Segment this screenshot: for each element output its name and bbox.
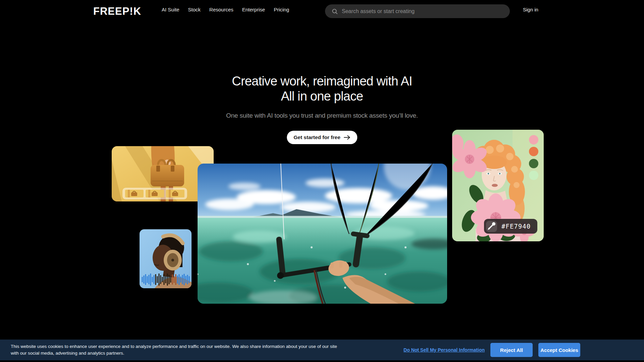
hero-subtitle: One suite with AI tools you trust and pr… bbox=[0, 112, 644, 119]
cookie-message: This website uses cookies to enhance use… bbox=[11, 343, 337, 357]
nav-item-ai-suite[interactable]: AI Suite bbox=[162, 7, 179, 12]
showcase-card-video bbox=[198, 164, 447, 304]
video-filmstrip bbox=[123, 188, 187, 199]
swatch-orange bbox=[529, 147, 538, 156]
swatch-light-green bbox=[529, 171, 538, 180]
arrow-right-icon bbox=[343, 135, 351, 140]
cookie-banner: This website uses cookies to enhance use… bbox=[0, 340, 644, 360]
accept-cookies-button[interactable]: Accept Cookies bbox=[538, 343, 580, 357]
color-picker-pill: #FE7940 bbox=[484, 219, 537, 234]
freepik-logo[interactable]: FREEP!K bbox=[93, 5, 141, 17]
reject-all-button[interactable]: Reject All bbox=[490, 343, 533, 357]
hero-title-line1: Creative work, reimagined with AI bbox=[0, 74, 644, 89]
kitesurf-video-frame bbox=[198, 164, 447, 304]
headphones-image bbox=[140, 229, 192, 288]
nav-item-enterprise[interactable]: Enterprise bbox=[242, 7, 265, 12]
cookie-message-line1: This website uses cookies to enhance use… bbox=[11, 343, 337, 350]
picked-color-hex: #FE7940 bbox=[501, 223, 531, 230]
search-icon bbox=[332, 8, 338, 14]
hero-title: Creative work, reimagined with AI All in… bbox=[0, 74, 644, 104]
freepik-landing-page: FREEP!K AI Suite Stock Resources Enterpr… bbox=[0, 0, 644, 362]
swatch-dark-green bbox=[529, 159, 538, 168]
main-nav: AI Suite Stock Resources Enterprise Pric… bbox=[162, 0, 289, 19]
hero-title-line2: All in one place bbox=[0, 89, 644, 104]
get-started-button[interactable]: Get started for free bbox=[287, 131, 357, 144]
search-input[interactable] bbox=[342, 8, 504, 14]
showcase-card-audio bbox=[140, 229, 192, 288]
nav-item-resources[interactable]: Resources bbox=[209, 7, 233, 12]
swatch-pink bbox=[529, 135, 538, 144]
do-not-sell-link[interactable]: Do Not Sell My Personal Information bbox=[404, 347, 485, 353]
cookie-message-line2: with our social media, advertising and a… bbox=[11, 350, 337, 357]
search-bar bbox=[325, 4, 510, 18]
portrait-image: #FE7940 bbox=[452, 130, 544, 241]
showcase-card-portrait: #FE7940 bbox=[452, 130, 544, 241]
nav-item-pricing[interactable]: Pricing bbox=[274, 7, 289, 12]
get-started-label: Get started for free bbox=[293, 134, 340, 140]
nav-item-stock[interactable]: Stock bbox=[188, 7, 201, 12]
sign-in-button[interactable]: Sign in bbox=[523, 0, 538, 19]
